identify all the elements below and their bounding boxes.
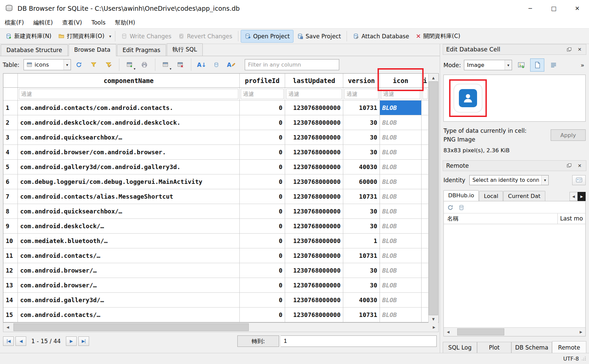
cell-lastUpdated[interactable]: 1230768000000 <box>285 189 343 204</box>
cell-icon-blob[interactable]: BLOB <box>380 234 422 248</box>
cell-partial[interactable] <box>422 130 429 145</box>
row-number[interactable]: 2 <box>3 115 18 130</box>
row-number[interactable]: 9 <box>3 219 18 234</box>
row-number[interactable]: 13 <box>3 278 18 293</box>
row-number[interactable]: 10 <box>3 234 18 248</box>
open-project-button[interactable]: Open Project <box>241 30 293 43</box>
clone-database-icon[interactable] <box>458 204 465 211</box>
cell-lastUpdated[interactable]: 1230768000000 <box>285 145 343 160</box>
cell-componentName[interactable]: com.android.quicksearchbox/… <box>18 130 240 145</box>
row-number[interactable]: 3 <box>3 130 18 145</box>
cell-lastUpdated[interactable]: 1230768000000 <box>285 219 343 234</box>
cell-icon-blob[interactable]: BLOB <box>380 248 422 263</box>
text-mode-button[interactable] <box>530 58 544 72</box>
cell-version[interactable]: 30 <box>343 204 380 219</box>
tab-edit-pragmas[interactable]: Edit Pragmas <box>117 44 166 56</box>
cell-profileId[interactable]: 0 <box>240 204 285 219</box>
horizontal-scrollbar[interactable]: ◀ ▶ <box>3 323 439 332</box>
cell-version[interactable]: 10731 <box>343 100 380 115</box>
cell-partial[interactable] <box>422 100 429 115</box>
toolbar-overflow-icon[interactable]: » <box>579 61 586 69</box>
tab-scroll-right-icon[interactable]: ▶ <box>578 192 586 201</box>
cell-version[interactable]: 30 <box>343 130 380 145</box>
remote-scrollbar-track[interactable] <box>453 328 577 336</box>
revert-changes-button[interactable]: Revert Changes <box>175 30 236 42</box>
last-page-button[interactable]: ▶| <box>78 336 89 346</box>
prev-page-button[interactable]: ◀ <box>15 336 26 346</box>
cell-profileId[interactable]: 0 <box>240 263 285 278</box>
cell-lastUpdated[interactable]: 1230768000000 <box>285 293 343 308</box>
cell-profileId[interactable]: 0 <box>240 234 285 248</box>
cell-partial[interactable] <box>422 189 429 204</box>
cell-componentName[interactable]: com.android.deskclock/com.android.deskcl… <box>18 115 240 130</box>
dock-tab-remote[interactable]: Remote <box>552 341 586 353</box>
cell-componentName[interactable]: com.mediatek.bluetooth/… <box>18 234 240 248</box>
row-number[interactable]: 1 <box>3 100 18 115</box>
cell-version[interactable]: 30 <box>343 263 380 278</box>
cell-partial[interactable] <box>422 308 429 322</box>
menu-item-1[interactable]: 編輯(E) <box>29 17 57 28</box>
cell-version[interactable]: 60000 <box>343 174 380 189</box>
dock-tab-plot[interactable]: Plot <box>477 342 511 353</box>
filter-input-partial[interactable] <box>423 89 428 99</box>
column-header-version[interactable]: version <box>343 74 380 88</box>
vertical-scrollbar-thumb[interactable] <box>429 81 438 315</box>
cell-componentName[interactable]: com.android.browser/… <box>18 278 240 293</box>
menu-item-4[interactable]: 幫助(H) <box>110 17 140 28</box>
cell-partial[interactable] <box>422 234 429 248</box>
row-number[interactable]: 14 <box>3 293 18 308</box>
scroll-left-icon[interactable]: ◀ <box>3 323 12 332</box>
import-data-button[interactable] <box>515 59 527 71</box>
cell-version[interactable]: 10731 <box>343 189 380 204</box>
close-panel-icon[interactable]: ✕ <box>575 45 584 53</box>
tab-browse-data[interactable]: Browse Data <box>69 44 116 56</box>
cell-lastUpdated[interactable]: 1230768000000 <box>285 204 343 219</box>
cell-icon-blob[interactable]: BLOB <box>380 115 422 130</box>
undock-panel-icon[interactable] <box>564 162 574 170</box>
cell-icon-blob[interactable]: BLOB <box>380 204 422 219</box>
cell-profileId[interactable]: 0 <box>240 174 285 189</box>
tab-scroll-left-icon[interactable]: ◀ <box>570 192 578 201</box>
cell-icon-blob[interactable]: BLOB <box>380 145 422 160</box>
remote-tab-local[interactable]: Local <box>479 191 503 201</box>
cell-componentName[interactable]: com.android.deskclock/… <box>18 219 240 234</box>
row-number[interactable]: 5 <box>3 160 18 174</box>
cell-profileId[interactable]: 0 <box>240 115 285 130</box>
cell-version[interactable]: 30 <box>343 145 380 160</box>
dock-tab-sql-log[interactable]: SQL Log <box>443 342 477 353</box>
cell-lastUpdated[interactable]: 1230768000000 <box>285 308 343 322</box>
remote-scrollbar-thumb[interactable] <box>457 328 504 335</box>
attach-database-button[interactable]: Attach Database <box>349 30 413 42</box>
sort-button[interactable]: A↓ <box>195 59 208 71</box>
cell-partial[interactable] <box>422 115 429 130</box>
tab-database-structure[interactable]: Database Structure <box>1 44 68 56</box>
cell-version[interactable]: 10731 <box>343 308 380 322</box>
scroll-right-icon[interactable]: ▶ <box>577 328 585 336</box>
filter-input-profileId[interactable] <box>241 89 284 99</box>
cell-profileId[interactable]: 0 <box>240 308 285 322</box>
vertical-scrollbar[interactable]: ▲ ▼ <box>428 74 438 323</box>
cell-icon-blob[interactable]: BLOB <box>380 130 422 145</box>
cell-partial[interactable] <box>422 278 429 293</box>
cell-componentName[interactable]: com.android.gallery3d/com.android.galler… <box>18 160 240 174</box>
write-changes-button[interactable]: Write Changes <box>118 30 175 42</box>
row-number[interactable]: 6 <box>3 174 18 189</box>
cell-version[interactable]: 40030 <box>343 160 380 174</box>
close-panel-icon[interactable]: ✕ <box>575 162 584 170</box>
cell-icon-blob[interactable]: BLOB <box>380 189 422 204</box>
row-number[interactable]: 4 <box>3 145 18 160</box>
filter-input-lastUpdated[interactable] <box>286 89 342 99</box>
goto-record-input[interactable] <box>281 335 437 347</box>
column-header-componentName[interactable]: componentName <box>18 74 240 88</box>
cell-icon-blob[interactable]: BLOB <box>380 160 422 174</box>
column-header-profileId[interactable]: profileId <box>240 74 285 88</box>
remote-tab-current-dat[interactable]: Current Dat <box>503 191 545 201</box>
cell-icon-blob[interactable]: BLOB <box>380 174 422 189</box>
cell-partial[interactable] <box>422 174 429 189</box>
row-number[interactable]: 11 <box>3 248 18 263</box>
scroll-left-icon[interactable]: ◀ <box>444 328 453 336</box>
first-page-button[interactable]: |◀ <box>3 336 14 346</box>
open-database-button[interactable]: 打開資料庫(O) <box>55 30 108 43</box>
cell-profileId[interactable]: 0 <box>240 189 285 204</box>
cell-componentName[interactable]: com.android.contacts/com.android.contact… <box>18 100 240 115</box>
